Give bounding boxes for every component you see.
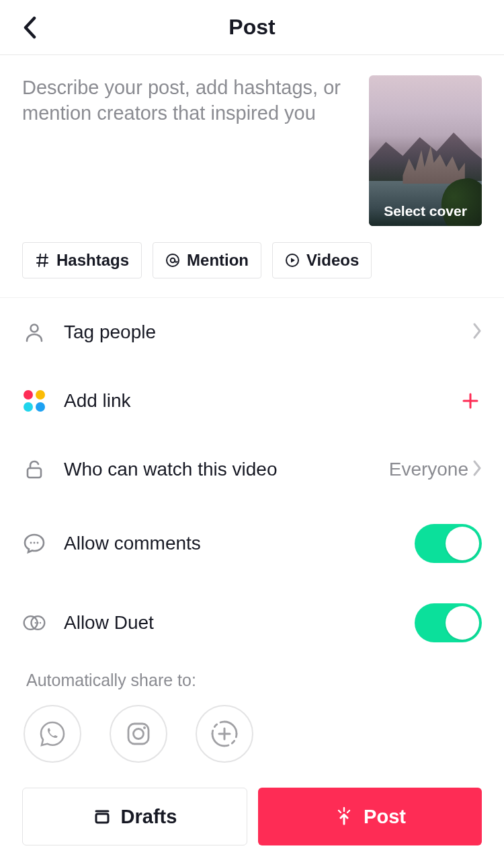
chevron-right-icon xyxy=(472,322,482,340)
drafts-button[interactable]: Drafts xyxy=(22,788,247,845)
select-cover-label: Select cover xyxy=(369,196,482,226)
drafts-label: Drafts xyxy=(121,806,177,828)
svg-rect-4 xyxy=(28,468,41,478)
page-title: Post xyxy=(228,15,275,40)
link-dots-icon xyxy=(23,389,46,412)
hash-icon xyxy=(35,253,50,268)
share-instagram-button[interactable] xyxy=(110,705,167,763)
whatsapp-icon xyxy=(38,719,67,749)
header: Post xyxy=(0,0,504,55)
tag-people-label: Tag people xyxy=(64,322,472,343)
chip-label: Mention xyxy=(187,251,249,270)
post-button[interactable]: Post xyxy=(258,788,482,845)
hashtags-chip[interactable]: Hashtags xyxy=(22,242,142,278)
instagram-icon xyxy=(124,719,153,749)
privacy-value: Everyone xyxy=(389,459,468,480)
allow-duet-row: Allow Duet xyxy=(22,583,482,663)
privacy-label: Who can watch this video xyxy=(64,459,389,480)
svg-point-5 xyxy=(30,542,32,544)
privacy-row[interactable]: Who can watch this video Everyone xyxy=(22,435,482,504)
svg-point-12 xyxy=(40,622,41,624)
svg-point-15 xyxy=(143,726,146,729)
chevron-right-icon xyxy=(472,459,482,477)
upload-icon xyxy=(334,806,354,827)
back-button[interactable] xyxy=(19,17,40,38)
caption-input[interactable] xyxy=(22,75,355,230)
drafts-icon xyxy=(93,807,112,826)
allow-duet-toggle[interactable] xyxy=(415,603,482,642)
share-whatsapp-button[interactable] xyxy=(24,705,81,763)
compose-area: Select cover xyxy=(0,55,504,230)
at-icon xyxy=(165,253,180,268)
chip-label: Hashtags xyxy=(56,251,129,270)
person-icon xyxy=(24,322,45,343)
svg-rect-16 xyxy=(96,814,108,823)
share-more-button[interactable] xyxy=(196,705,253,763)
svg-point-0 xyxy=(167,254,179,266)
chip-row: Hashtags Mention Videos xyxy=(0,230,504,298)
svg-point-6 xyxy=(34,542,36,544)
chip-label: Videos xyxy=(306,251,359,270)
svg-point-3 xyxy=(31,325,38,332)
add-share-icon xyxy=(208,718,241,750)
videos-chip[interactable]: Videos xyxy=(272,242,372,278)
options-list: Tag people Add link Who can watch thi xyxy=(0,298,504,763)
play-circle-icon xyxy=(285,253,300,268)
comment-icon xyxy=(23,532,46,555)
post-label: Post xyxy=(364,806,406,828)
svg-point-14 xyxy=(134,729,144,739)
svg-point-10 xyxy=(35,622,36,624)
auto-share-label: Automatically share to: xyxy=(22,663,482,705)
svg-rect-13 xyxy=(128,724,149,744)
mention-chip[interactable]: Mention xyxy=(153,242,261,278)
chevron-left-icon xyxy=(22,16,37,39)
add-link-row[interactable]: Add link xyxy=(22,367,482,435)
bottom-bar: Drafts Post xyxy=(0,788,504,845)
duet-icon xyxy=(22,612,46,634)
svg-point-11 xyxy=(37,622,38,624)
allow-comments-row: Allow comments xyxy=(22,504,482,583)
plus-icon xyxy=(461,391,480,410)
select-cover-button[interactable]: Select cover xyxy=(369,75,482,226)
allow-comments-label: Allow comments xyxy=(64,533,415,554)
allow-duet-label: Allow Duet xyxy=(64,612,415,634)
unlock-icon xyxy=(24,459,45,480)
add-link-plus-button[interactable] xyxy=(459,389,482,412)
svg-point-7 xyxy=(37,542,39,544)
allow-comments-toggle[interactable] xyxy=(415,524,482,563)
tag-people-row[interactable]: Tag people xyxy=(22,298,482,367)
add-link-label: Add link xyxy=(64,390,459,412)
share-row xyxy=(22,705,482,763)
